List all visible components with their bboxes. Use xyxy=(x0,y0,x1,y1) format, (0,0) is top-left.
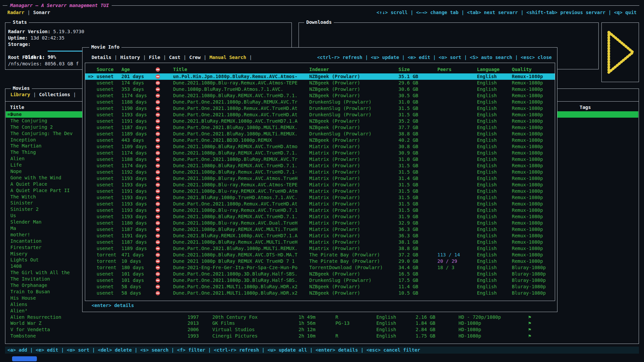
movie-row[interactable]: V for Vendetta 2006 Virtual Studios 2h 1… xyxy=(6,326,638,333)
servarr-tab[interactable]: Radarr| xyxy=(7,9,33,16)
rejected-icon xyxy=(156,170,160,174)
release-indexer: Miatrix (Prowlarr) xyxy=(309,150,360,156)
release-quality: Bluray-1080p xyxy=(512,284,546,290)
release-size: 37.7 GB xyxy=(398,124,418,131)
release-row[interactable]: usenet 1189 days Dune.Part.One.2021.BluR… xyxy=(85,245,555,252)
movie-title: Lights Out xyxy=(10,257,39,263)
release-row[interactable]: usenet 1188 days Dune.Part.One.2021.1080… xyxy=(85,156,555,163)
movie-title: World War Z xyxy=(10,320,42,326)
movie-title: mother! xyxy=(10,232,30,238)
release-language: English xyxy=(477,169,497,175)
movie-title: Ma xyxy=(10,225,16,232)
movie-title: The Thing xyxy=(10,149,36,156)
movie-info-tab[interactable]: File| xyxy=(149,54,169,61)
release-title: Dune.2021.1080p.BluRay.REMUX.AVC.TrueHD.… xyxy=(173,93,298,99)
release-row[interactable]: usenet 1191 days Dune.2021.BluRay.REMUX.… xyxy=(85,233,555,239)
uptime-value: 13d 02:42:35 xyxy=(31,35,64,41)
release-row[interactable]: usenet 1193 days Dune.Part.One.2021.1080… xyxy=(85,201,555,207)
release-row[interactable]: usenet 1109 days Dune.2021.1080p.BluRay.… xyxy=(85,143,555,150)
release-row[interactable]: usenet 443 days Dune.Part.One.2021.BD3D.… xyxy=(85,137,555,143)
release-row[interactable]: usenet 1190 days Dune.Part.One.2021.1080… xyxy=(85,105,555,112)
release-row[interactable]: usenet 58 days Dune.Part.One.2021.MULTi.… xyxy=(85,284,555,290)
release-row[interactable]: usenet 1193 days Dune.2021.BluRay.1080p.… xyxy=(85,194,555,201)
movie-info-tab[interactable]: Manual Search| xyxy=(209,54,255,61)
release-source: usenet xyxy=(97,271,114,277)
movie-info-tab[interactable]: Details| xyxy=(92,54,120,61)
release-row[interactable]: usenet 1193 days Dune.2021.1080p.Blu-ray… xyxy=(85,207,555,214)
release-indexer: NZBgeek (Prowlarr) xyxy=(309,93,360,99)
release-quality: Bluray-1080p xyxy=(512,271,546,277)
release-row[interactable]: usenet 174 days Dune.2021.1080p.Blu-ray.… xyxy=(85,80,555,86)
movie-info-tab[interactable]: History| xyxy=(120,54,149,61)
release-row[interactable]: usenet 1180 days Dune.2021.1080p.Blu-ray… xyxy=(85,220,555,226)
release-age: 58 days xyxy=(121,290,141,296)
stat-storage-line: Storage: xyxy=(8,41,288,48)
release-row[interactable]: usenet 1187 days Dune.2021.1080p.BluRay.… xyxy=(85,239,555,245)
release-row[interactable]: usenet 58 days Dune.Part.One.2021.MULTi.… xyxy=(85,290,555,296)
release-size: 30.5 GB xyxy=(398,93,418,99)
release-size: 31.5 GB xyxy=(398,188,418,194)
servarr-tab[interactable]: Sonarr| xyxy=(33,9,50,16)
release-row[interactable]: => usenet 201 days un.Pol.Hin.Jpn.1080p.… xyxy=(85,73,555,80)
release-language: English xyxy=(477,124,497,131)
release-row[interactable]: torrent 471 days Dune.2021.1080p.BluRay.… xyxy=(85,252,555,258)
movie-info-tab[interactable]: Crew| xyxy=(189,54,209,61)
release-age: 1192 days xyxy=(121,169,147,175)
release-source: usenet xyxy=(97,143,114,150)
release-language: English xyxy=(477,214,497,220)
release-age: 1187 days xyxy=(121,124,147,131)
movie-info-tab[interactable]: Cast| xyxy=(169,54,189,61)
release-row[interactable]: usenet 1192 days Dune.2021.1080p.BluRay.… xyxy=(85,169,555,175)
release-row[interactable]: usenet 1174 days Dune.2021.1080p.BluRay.… xyxy=(85,93,555,99)
release-row[interactable]: usenet 101 days Dune.Part.One.2021.1080p… xyxy=(85,271,555,277)
release-row[interactable]: usenet 1174 days Dune.2021.1080p.BluRay.… xyxy=(85,163,555,169)
release-quality: Remux-1080p xyxy=(512,105,543,112)
release-row[interactable]: usenet 1188 days Dune.Part.One.2021.1080… xyxy=(85,99,555,105)
release-row[interactable]: usenet 1193 days Dune.2021.1080p.Bluray.… xyxy=(85,175,555,182)
release-indexer: Miatrix (Prowlarr) xyxy=(309,233,360,239)
movie-row[interactable]: Alien Resurrection 1997 20th Century Fox… xyxy=(6,314,638,320)
movie-row[interactable]: World War Z 2013 GK Films 1h 56m PG-13 E… xyxy=(6,320,638,326)
release-quality: Remux-1080p xyxy=(512,93,543,99)
release-row[interactable]: usenet 1191 days Dune.2021.BluRay.REMUX.… xyxy=(85,118,555,124)
rejected-icon xyxy=(156,67,160,72)
release-language: English xyxy=(477,93,497,99)
movie-certification: PG-13 xyxy=(335,320,350,326)
release-row[interactable]: usenet 1191 days Dune.2021.1080p.Blu-ray… xyxy=(85,188,555,194)
movies-tab-label: Library xyxy=(10,92,30,98)
release-row[interactable]: usenet 1193 days Dune.2021.1080p.Blu-ray… xyxy=(85,182,555,188)
movie-studio: GK Films xyxy=(212,320,235,326)
release-row[interactable]: usenet 353 days Dune.1080p.BluRay.TrueHD… xyxy=(85,86,555,93)
movie-year: 1997 xyxy=(187,314,199,320)
movies-tab[interactable]: Collections| xyxy=(39,92,79,98)
rejected-icon xyxy=(156,125,160,130)
movie-title: Sinister xyxy=(10,200,33,206)
movie-language: English xyxy=(376,314,396,320)
release-peers: 20 / 29 xyxy=(437,258,457,264)
movie-quality: HD-1080p xyxy=(459,333,481,339)
release-age: 101 days xyxy=(121,271,144,277)
release-peers: 113 / 14 xyxy=(437,252,460,258)
release-row[interactable]: usenet 1189 days Dune.Part.One.2021.BluR… xyxy=(85,131,555,137)
movie-title: Train to Busan xyxy=(10,289,50,295)
movie-title: The Girl with All the xyxy=(10,269,70,276)
movie-title: Nope xyxy=(10,168,22,175)
release-row[interactable]: usenet 101 days Dune.Part.One.2021.1080p… xyxy=(85,277,555,284)
release-row[interactable]: usenet 1174 days Dune.2021.1080p.BluRay.… xyxy=(85,150,555,156)
movies-tab[interactable]: Library| xyxy=(10,92,39,98)
release-age: 1188 days xyxy=(121,156,147,163)
stat-version-line: Radarr Version:5.19.3.9730 xyxy=(8,28,288,35)
release-source: usenet xyxy=(97,214,114,220)
release-row[interactable]: torrent 10 days Dune 2021 1080p BluRay R… xyxy=(85,258,555,264)
release-title: Dune.Part.One.2021.BluRay.1080p.MULTi.RE… xyxy=(173,131,298,137)
release-row[interactable]: torrent 180 days Dune-2021-Eng-Fre-Ger-I… xyxy=(85,264,555,271)
release-source: usenet xyxy=(97,93,114,99)
release-row[interactable]: usenet 1193 days Dune.Part.One.2021.1080… xyxy=(85,112,555,118)
release-row[interactable]: usenet 1187 days Dune.2021.1080p.BluRay.… xyxy=(85,226,555,233)
movie-row[interactable]: Tombstone 1993 Cinergi Pictures 2h 10m R… xyxy=(6,333,638,339)
tab-separator: | xyxy=(28,9,30,16)
release-row[interactable]: usenet 1193 days Dune.2021.1080p.BluRay.… xyxy=(85,214,555,220)
release-indexer: NZBgeek (Prowlarr) xyxy=(309,284,360,290)
release-row[interactable]: usenet 1187 days Dune.Part.One.2021.BluR… xyxy=(85,124,555,131)
release-title: Dune.Part.One.2021.BD3D.1080p.REMUX xyxy=(173,137,272,143)
